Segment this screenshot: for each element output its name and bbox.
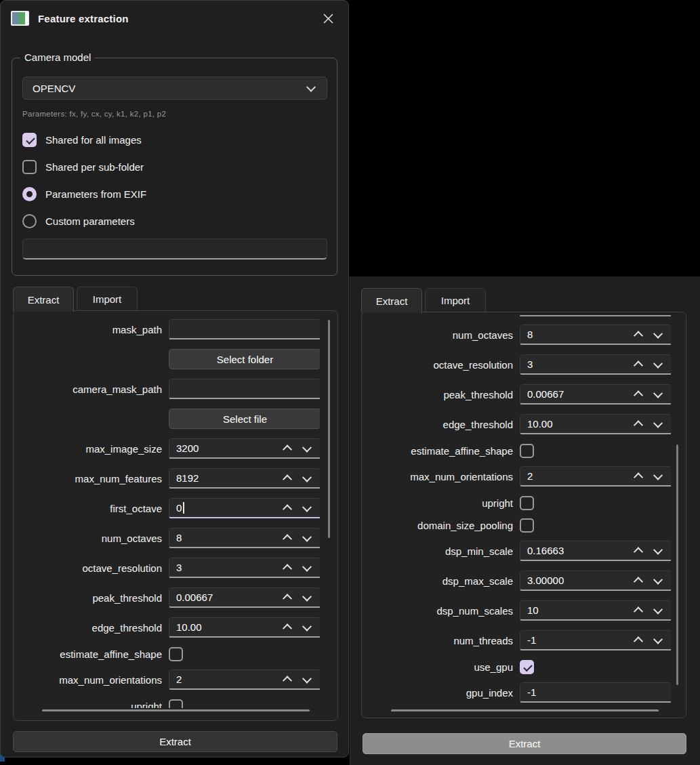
checkbox-estimate_affine_shape[interactable]	[520, 444, 534, 458]
spinbox-max_num_features[interactable]: 8192	[169, 468, 320, 489]
spin-up-button[interactable]	[634, 606, 642, 615]
title-bar[interactable]: Feature extraction	[1, 1, 348, 36]
spin-up-button[interactable]	[283, 474, 291, 482]
spinbox-max_num_orientations[interactable]: 2	[520, 466, 671, 487]
chevron-down-icon	[653, 575, 663, 584]
text-input-camera_mask_path[interactable]	[169, 379, 320, 399]
spin-down-button[interactable]	[303, 564, 311, 572]
vertical-scrollbar-thumb[interactable]	[328, 320, 330, 538]
field-label: edge_threshold	[367, 419, 513, 430]
spinbox-octave_resolution[interactable]: 3	[520, 354, 671, 375]
field-value: 0.00667	[169, 592, 213, 603]
spin-buttons	[283, 504, 311, 512]
checkbox-upright[interactable]	[520, 496, 534, 510]
radio-unselected[interactable]	[22, 214, 37, 228]
spin-down-button[interactable]	[303, 676, 311, 684]
checkbox-estimate_affine_shape[interactable]	[169, 647, 183, 661]
chevron-up-icon	[634, 636, 643, 646]
spinbox-num_threads[interactable]: -1	[520, 630, 671, 650]
radio-parameters-from-exif[interactable]: Parameters from EXIF	[22, 186, 146, 201]
spinbox-dsp_num_scales[interactable]: 10	[520, 600, 671, 621]
spinbox-num_octaves[interactable]: 8	[169, 528, 320, 548]
spin-down-button[interactable]	[654, 547, 662, 555]
checkbox-use_gpu[interactable]	[520, 660, 534, 674]
spin-up-button[interactable]	[634, 420, 642, 428]
spin-up-button[interactable]	[283, 504, 291, 512]
spin-down-button[interactable]	[654, 360, 662, 369]
custom-parameters-input[interactable]	[22, 239, 327, 260]
spinbox-max_image_size[interactable]: 3200	[169, 438, 320, 459]
spin-down-button[interactable]	[303, 594, 311, 602]
camera-model-dropdown[interactable]: OPENCV	[22, 77, 327, 100]
spin-up-button[interactable]	[283, 623, 291, 632]
spinbox-edge_threshold[interactable]: 10.00	[169, 617, 320, 638]
checkbox-domain_size_pooling[interactable]	[520, 518, 534, 533]
spinbox-octave_resolution[interactable]: 3	[169, 558, 320, 578]
spin-up-button[interactable]	[283, 444, 291, 453]
spinbox-edge_threshold[interactable]: 10.00	[520, 414, 671, 434]
spin-up-button[interactable]	[634, 360, 642, 369]
select-folder-button[interactable]: Select folder	[169, 349, 320, 369]
checkbox-shared-per-sub-folder[interactable]: Shared per sub-folder	[22, 159, 144, 174]
spin-down-button[interactable]	[654, 331, 662, 339]
parameter-list: mask_pathSelect foldercamera_mask_pathSe…	[19, 319, 320, 708]
spin-down-button[interactable]	[654, 420, 662, 428]
spin-down-button[interactable]	[654, 577, 662, 585]
spin-down-button[interactable]	[303, 504, 311, 512]
spin-down-button[interactable]	[654, 606, 662, 615]
text-input-gpu_index[interactable]: -1	[520, 682, 671, 703]
spin-up-button[interactable]	[634, 390, 642, 398]
tab-extract[interactable]: Extract	[361, 288, 422, 313]
extract-button[interactable]: Extract	[13, 731, 337, 752]
horizontal-scrollbar-thumb[interactable]	[391, 709, 659, 711]
spin-down-button[interactable]	[654, 390, 662, 398]
field-label: upright	[367, 497, 513, 509]
field-label: estimate_affine_shape	[367, 445, 513, 457]
spin-down-button[interactable]	[654, 636, 662, 644]
form-row-upright: upright	[19, 699, 320, 708]
close-button[interactable]	[318, 8, 338, 28]
checkbox-upright[interactable]	[169, 699, 183, 708]
radio-custom-parameters[interactable]: Custom parameters	[22, 213, 135, 228]
spin-up-button[interactable]	[283, 564, 291, 572]
checkbox-shared-for-all-images[interactable]: Shared for all images	[22, 132, 142, 147]
form-row-dsp_max_scale: dsp_max_scale3.00000	[367, 571, 671, 591]
text-input-mask_path[interactable]	[169, 319, 320, 339]
field-label: gpu_index	[367, 687, 513, 699]
spin-up-button[interactable]	[634, 547, 642, 555]
spinbox-max_num_orientations[interactable]: 2	[169, 669, 320, 690]
spin-up-button[interactable]	[634, 472, 642, 480]
spinbox-first_octave[interactable]: 0	[169, 498, 320, 518]
spin-up-button[interactable]	[283, 534, 291, 542]
field-label: first_octave	[19, 503, 162, 514]
spinbox-num_octaves[interactable]: 8	[520, 325, 671, 345]
spin-down-button[interactable]	[303, 474, 311, 482]
select-file-button[interactable]: Select file	[169, 409, 320, 429]
tab-import[interactable]: Import	[425, 288, 486, 312]
spin-down-button[interactable]	[654, 472, 662, 480]
checkbox-checked[interactable]	[22, 133, 37, 147]
spin-up-button[interactable]	[283, 676, 291, 684]
tab-extract[interactable]: Extract	[13, 287, 74, 312]
spinbox-dsp_min_scale[interactable]: 0.16663	[520, 541, 671, 561]
chevron-down-icon	[653, 358, 663, 368]
group-title: Camera model	[20, 51, 95, 63]
extract-button[interactable]: Extract	[363, 733, 686, 754]
spinbox-peak_threshold[interactable]: 0.00667	[520, 384, 671, 405]
horizontal-scrollbar-thumb[interactable]	[42, 709, 310, 711]
spin-down-button[interactable]	[303, 623, 311, 632]
spin-down-button[interactable]	[303, 534, 311, 542]
spin-up-button[interactable]	[283, 594, 291, 602]
spin-down-button[interactable]	[303, 444, 311, 453]
checkbox-unchecked[interactable]	[22, 160, 37, 174]
spinbox-peak_threshold[interactable]: 0.00667	[169, 587, 320, 608]
spin-up-button[interactable]	[634, 331, 642, 339]
radio-selected[interactable]	[22, 187, 37, 201]
spin-buttons	[283, 676, 311, 684]
tab-import[interactable]: Import	[77, 287, 138, 311]
vertical-scrollbar-thumb[interactable]	[676, 444, 678, 685]
spin-up-button[interactable]	[634, 577, 642, 585]
spin-up-button[interactable]	[634, 636, 642, 644]
form-row-first_octave: first_octave0	[19, 498, 320, 518]
spinbox-dsp_max_scale[interactable]: 3.00000	[520, 571, 671, 591]
